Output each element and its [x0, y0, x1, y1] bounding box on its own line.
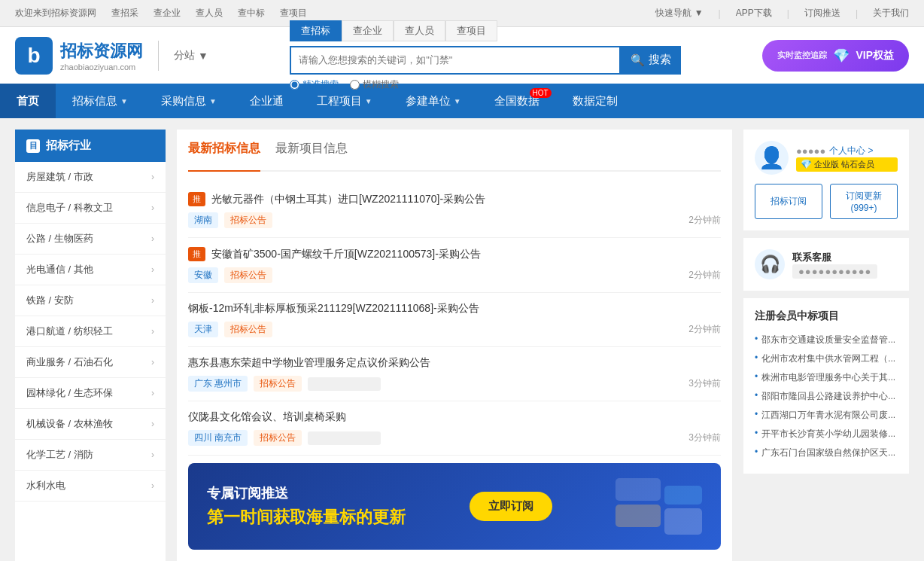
news-tag-blur-4: ●●●●●: [308, 431, 380, 445]
personal-center-link[interactable]: 个人中心 >: [829, 145, 873, 157]
sidebar-item-jixie[interactable]: 机械设备 / 农林渔牧 ›: [15, 409, 166, 440]
news-tag-type-3[interactable]: 招标公告: [254, 376, 302, 392]
news-tag-region-2[interactable]: 天津: [188, 322, 218, 337]
news-link-2[interactable]: 钢板-12m环轧非标厚板预采211129[WZ2021111068]-采购公告: [188, 302, 479, 316]
sidebar-item-yuanlin[interactable]: 园林绿化 / 生态环保 ›: [15, 378, 166, 409]
bullet-icon: •: [755, 409, 758, 419]
sidebar-item-xinxi[interactable]: 信息电子 / 科教文卫 ›: [15, 193, 166, 224]
project-item-3[interactable]: • 邵阳市隆回县公路建设养护中心...: [755, 387, 898, 406]
news-tag-type-2[interactable]: 招标公告: [224, 322, 272, 337]
search-tab-qiye[interactable]: 查企业: [342, 20, 394, 41]
top-link-qiye[interactable]: 查企业: [153, 7, 181, 20]
project-item-0[interactable]: • 邵东市交通建设质量安全监督管...: [755, 331, 898, 349]
banner-title: 专属订阅推送: [207, 484, 406, 502]
top-link-zhongbiao[interactable]: 查中标: [238, 7, 265, 20]
news-title-row-0: 推 光敏元器件（中钢土耳其）进口[WZ2021111070]-采购公告: [188, 192, 721, 206]
logo-domain: zhaobiaoziyuan.com: [60, 63, 143, 72]
branch-selector[interactable]: 分站 ▼: [174, 49, 208, 63]
nav-item-caigou[interactable]: 采购信息 ▼: [144, 84, 233, 118]
news-tag-region-3[interactable]: 广东 惠州市: [188, 376, 248, 392]
project-item-2[interactable]: • 株洲市电影管理服务中心关于其...: [755, 368, 898, 387]
nav-item-quanguo[interactable]: 全国数据 HOT: [478, 84, 556, 118]
top-link-app[interactable]: APP下载: [736, 7, 772, 20]
subscribe-button[interactable]: 立即订阅: [470, 492, 552, 521]
news-link-0[interactable]: 光敏元器件（中钢土耳其）进口[WZ2021111070]-采购公告: [211, 193, 485, 206]
service-info: 联系客服 ●●●●●●●●●●●: [792, 251, 877, 279]
update-subscribe-button[interactable]: 订阅更新 (999+): [830, 184, 898, 219]
sidebar-item-gangkou[interactable]: 港口航道 / 纺织轻工 ›: [15, 316, 166, 347]
top-link-xiangmu[interactable]: 查项目: [280, 7, 307, 20]
tab-latest-xiangmu[interactable]: 最新项目信息: [275, 141, 348, 163]
vip-button[interactable]: 实时监控追踪 💎 VIP权益: [762, 40, 909, 72]
news-title-row-2: 钢板-12m环轧非标厚板预采211129[WZ2021111068]-采购公告: [188, 302, 721, 316]
chevron-right-icon: ›: [151, 203, 154, 213]
user-details: ●●●●● 个人中心 > 💎 企业版 钻石会员: [796, 145, 898, 172]
news-tag-type-4[interactable]: 招标公告: [254, 430, 302, 446]
search-input[interactable]: [290, 46, 621, 75]
news-tag-region-1[interactable]: 安徽: [188, 267, 218, 283]
service-phone: ●●●●●●●●●●●: [792, 264, 877, 279]
nav-item-zhaobiao[interactable]: 招标信息 ▼: [56, 84, 144, 118]
tab-latest-zhaobiao[interactable]: 最新招标信息: [188, 141, 260, 172]
nav-item-qiyetong[interactable]: 企业通: [233, 84, 300, 118]
news-link-3[interactable]: 惠东县惠东荣超中学物业管理服务定点议价采购公告: [188, 356, 430, 370]
vip-btn-label: VIP权益: [856, 49, 894, 63]
project-item-5[interactable]: • 开平市长沙育英小学幼儿园装修...: [755, 425, 898, 444]
news-link-1[interactable]: 安徽首矿3500-国产螺纹千斤顶[WZ2021100573]-采购公告: [211, 248, 481, 261]
content-tabs: 最新招标信息 最新项目信息: [188, 141, 721, 172]
hot-badge: HOT: [530, 88, 552, 98]
news-tag-type-0[interactable]: 招标公告: [224, 212, 272, 228]
news-time-4: 3分钟前: [688, 431, 721, 444]
vip-label: 实时监控追踪: [777, 50, 827, 61]
search-tabs: 查招标 查企业 查人员 查项目: [290, 20, 681, 41]
top-link-zaocai[interactable]: 查招采: [111, 7, 138, 20]
chevron-right-icon: ›: [151, 172, 154, 182]
sidebar-item-shangye[interactable]: 商业服务 / 石油石化 ›: [15, 347, 166, 378]
nav-item-home[interactable]: 首页: [0, 84, 56, 118]
news-time-1: 2分钟前: [688, 269, 721, 282]
search-input-row: 🔍 搜索: [290, 46, 681, 75]
diamond-icon: 💎: [833, 47, 850, 64]
sidebar-item-guangdian[interactable]: 光电通信 / 其他 ›: [15, 255, 166, 285]
top-link-dingyue[interactable]: 订阅推送: [804, 7, 840, 20]
sidebar-item-fangwu[interactable]: 房屋建筑 / 市政 ›: [15, 162, 166, 193]
sidebar-title-icon: 目: [26, 139, 40, 153]
chevron-right-icon: ›: [151, 419, 154, 429]
logo-area: b 招标资源网 zhaobiaoziyuan.com 分站 ▼: [15, 37, 208, 75]
subscribe-bid-button[interactable]: 招标订阅: [755, 184, 822, 219]
chevron-right-icon: ›: [151, 450, 154, 460]
news-tag-region-4[interactable]: 四川 南充市: [188, 430, 248, 446]
news-tag-region-0[interactable]: 湖南: [188, 212, 218, 228]
content-area: 目 招标行业 房屋建筑 / 市政 › 信息电子 / 科教文卫 › 公路 / 生物…: [0, 118, 924, 561]
project-item-4[interactable]: • 江西湖口万年青水泥有限公司废...: [755, 406, 898, 425]
sidebar-item-shuili[interactable]: 水利水电 ›: [15, 471, 166, 502]
sidebar-item-huaxue[interactable]: 化学工艺 / 消防 ›: [15, 440, 166, 471]
service-card: 🎧 联系客服 ●●●●●●●●●●●: [743, 238, 909, 291]
nav-item-canjian[interactable]: 参建单位 ▼: [389, 84, 478, 118]
news-tag-type-1[interactable]: 招标公告: [224, 267, 272, 283]
nav-item-shuju[interactable]: 数据定制: [556, 84, 634, 118]
user-card: 👤 ●●●●● 个人中心 > 💎 企业版 钻石会员 招标订阅 订阅更新 (999…: [743, 130, 909, 230]
service-label: 联系客服: [792, 251, 877, 264]
project-item-1[interactable]: • 化州市农村集中供水管网工程（...: [755, 349, 898, 368]
chevron-right-icon: ›: [151, 295, 154, 306]
nav-item-gongcheng[interactable]: 工程项目 ▼: [300, 84, 389, 118]
top-bar-left: 欢迎来到招标资源网 查招采 查企业 查人员 查中标 查项目: [15, 7, 307, 20]
search-tab-renyuan[interactable]: 查人员: [394, 20, 445, 41]
news-link-4[interactable]: 仪陇县文化馆会议、培训桌椅采购: [188, 410, 346, 424]
user-actions: 招标订阅 订阅更新 (999+): [755, 184, 898, 219]
search-button[interactable]: 🔍 搜索: [621, 46, 681, 75]
chevron-right-icon: ›: [151, 388, 154, 398]
top-link-kuaisu[interactable]: 快速导航 ▼: [655, 7, 703, 20]
chevron-right-icon: ›: [151, 357, 154, 367]
top-link-guanyu[interactable]: 关于我们: [873, 7, 909, 20]
chevron-right-icon: ›: [151, 326, 154, 337]
search-tab-xiangmu[interactable]: 查项目: [445, 20, 497, 41]
top-link-renyuan[interactable]: 查人员: [196, 7, 223, 20]
project-item-6[interactable]: • 广东石门台国家级自然保护区天...: [755, 444, 898, 462]
sidebar-item-gonglu[interactable]: 公路 / 生物医药 ›: [15, 224, 166, 255]
news-meta-4: 四川 南充市 招标公告 ●●●●● 3分钟前: [188, 430, 721, 446]
search-tab-zaobiao[interactable]: 查招标: [290, 20, 342, 41]
nav-arrow-icon: ▼: [120, 97, 128, 105]
sidebar-item-tielu[interactable]: 铁路 / 安防 ›: [15, 285, 166, 316]
